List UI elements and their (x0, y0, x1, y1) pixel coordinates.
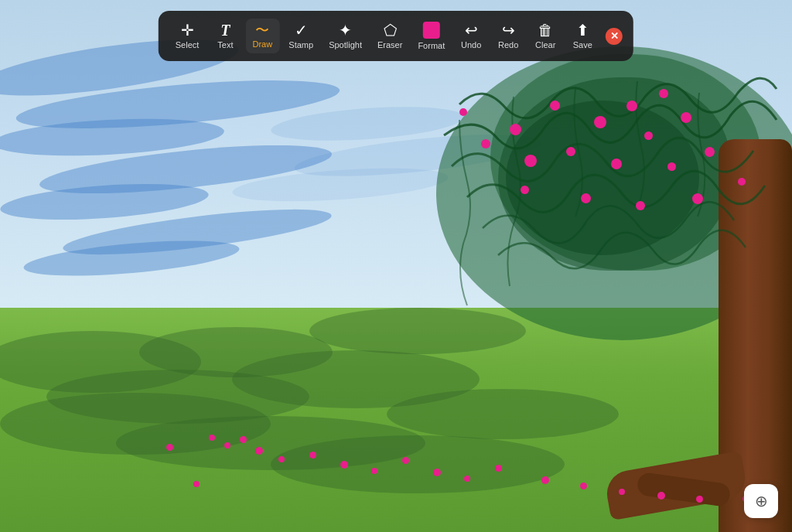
fallen-flower (464, 476, 470, 482)
save-tool-label: Save (573, 40, 592, 49)
fallen-flower (371, 468, 377, 474)
undo-tool-label: Undo (461, 40, 481, 49)
fallen-flower (696, 496, 703, 503)
fallen-flower (255, 447, 263, 455)
tree-flower (659, 89, 668, 98)
draw-tool-button[interactable]: 〜 Draw (245, 19, 279, 53)
tree-flower (459, 108, 467, 116)
eraser-tool-label: Eraser (377, 40, 402, 49)
stamp-tool-button[interactable]: ✓ Stamp (282, 18, 319, 54)
select-tool-label: Select (176, 40, 200, 49)
save-tool-button[interactable]: ⬆ Save (565, 18, 599, 54)
fallen-flower (541, 476, 549, 484)
eraser-icon: ⬠ (384, 22, 397, 38)
toolbar: ✛ Select T Text 〜 Draw ✓ Stamp ✦ Spotlig… (159, 11, 633, 61)
text-icon: T (220, 22, 230, 38)
save-icon: ⬆ (576, 22, 589, 38)
fallen-flower (166, 444, 173, 451)
fallen-flower (209, 435, 215, 441)
ground-shadow (387, 389, 619, 439)
stamp-tool-label: Stamp (288, 40, 313, 49)
fallen-flower (224, 442, 230, 448)
draw-tool-label: Draw (253, 39, 273, 49)
format-tool-button[interactable]: Format (411, 17, 451, 55)
clear-icon: 🗑 (538, 22, 553, 38)
fallen-flower (495, 465, 502, 472)
fallen-flower (433, 469, 441, 476)
tree-flower (644, 131, 653, 140)
text-tool-button[interactable]: T Text (208, 18, 242, 54)
undo-icon: ↩ (465, 22, 478, 38)
clear-tool-label: Clear (535, 40, 555, 49)
tree-flower (636, 201, 645, 210)
tree-flower (550, 101, 560, 111)
fab-button[interactable]: ⊕ (744, 484, 778, 518)
select-icon: ✛ (181, 22, 194, 38)
format-tool-label: Format (418, 41, 445, 50)
select-tool-button[interactable]: ✛ Select (169, 18, 206, 54)
close-button[interactable]: ✕ (606, 28, 623, 45)
fab-icon: ⊕ (755, 492, 768, 510)
redo-tool-button[interactable]: ↪ Redo (491, 18, 525, 54)
tree-flower (481, 139, 490, 148)
tree-flower (581, 193, 591, 203)
spotlight-tool-label: Spotlight (329, 40, 362, 49)
spotlight-icon: ✦ (339, 22, 352, 38)
tree-flower (566, 147, 575, 156)
tree-flower (692, 193, 703, 204)
redo-tool-label: Redo (498, 40, 518, 49)
undo-tool-button[interactable]: ↩ Undo (454, 18, 488, 54)
tree-flower (738, 178, 746, 186)
format-color-swatch (423, 22, 440, 39)
fallen-flower (657, 492, 665, 500)
drawing-canvas[interactable]: ✛ Select T Text 〜 Draw ✓ Stamp ✦ Spotlig… (0, 0, 792, 532)
fallen-flower (619, 489, 625, 495)
canopy-scribble (421, 43, 792, 344)
text-tool-label: Text (217, 40, 233, 49)
redo-icon: ↪ (502, 22, 515, 38)
tree-flower (594, 116, 606, 128)
tree-flower (681, 112, 691, 123)
fallen-flower (240, 436, 247, 443)
tree-flower (524, 155, 537, 167)
ground-shadow (271, 435, 565, 493)
tree-flower (705, 147, 715, 157)
fallen-flower (193, 481, 200, 487)
fallen-flower (278, 456, 285, 462)
fallen-flower (340, 461, 348, 469)
tree-flower (510, 124, 521, 135)
tree-flower (521, 186, 529, 194)
eraser-tool-button[interactable]: ⬠ Eraser (371, 18, 408, 54)
spotlight-tool-button[interactable]: ✦ Spotlight (323, 18, 368, 54)
tree-flower (626, 101, 637, 111)
fallen-flower (309, 452, 316, 459)
tree-flower (667, 162, 676, 171)
fallen-flower (402, 457, 409, 464)
stamp-icon: ✓ (295, 22, 308, 38)
clear-tool-button[interactable]: 🗑 Clear (528, 18, 562, 54)
draw-icon: 〜 (255, 23, 269, 37)
fallen-flower (580, 483, 587, 489)
tree-flower (611, 159, 622, 169)
